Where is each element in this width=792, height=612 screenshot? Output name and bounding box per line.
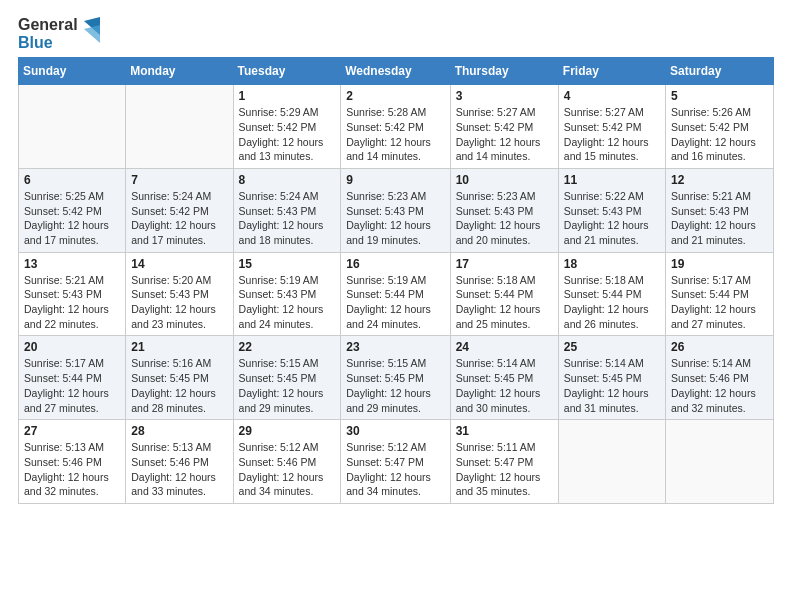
col-header-thursday: Thursday bbox=[450, 58, 558, 85]
header-row: SundayMondayTuesdayWednesdayThursdayFrid… bbox=[19, 58, 774, 85]
day-number: 19 bbox=[671, 257, 768, 271]
header: General Blue bbox=[18, 10, 774, 51]
calendar-cell: 23Sunrise: 5:15 AMSunset: 5:45 PMDayligh… bbox=[341, 336, 450, 420]
day-number: 25 bbox=[564, 340, 660, 354]
logo-triangle-icon bbox=[80, 13, 102, 51]
day-number: 8 bbox=[239, 173, 336, 187]
week-row-1: 1Sunrise: 5:29 AMSunset: 5:42 PMDaylight… bbox=[19, 85, 774, 169]
logo: General Blue bbox=[18, 16, 102, 51]
calendar-cell: 25Sunrise: 5:14 AMSunset: 5:45 PMDayligh… bbox=[558, 336, 665, 420]
calendar-cell: 30Sunrise: 5:12 AMSunset: 5:47 PMDayligh… bbox=[341, 420, 450, 504]
calendar-cell: 26Sunrise: 5:14 AMSunset: 5:46 PMDayligh… bbox=[666, 336, 774, 420]
day-detail: Sunrise: 5:24 AMSunset: 5:43 PMDaylight:… bbox=[239, 189, 336, 248]
day-detail: Sunrise: 5:18 AMSunset: 5:44 PMDaylight:… bbox=[456, 273, 553, 332]
day-number: 28 bbox=[131, 424, 227, 438]
day-number: 21 bbox=[131, 340, 227, 354]
calendar-cell: 9Sunrise: 5:23 AMSunset: 5:43 PMDaylight… bbox=[341, 168, 450, 252]
day-detail: Sunrise: 5:22 AMSunset: 5:43 PMDaylight:… bbox=[564, 189, 660, 248]
day-detail: Sunrise: 5:16 AMSunset: 5:45 PMDaylight:… bbox=[131, 356, 227, 415]
calendar-cell: 3Sunrise: 5:27 AMSunset: 5:42 PMDaylight… bbox=[450, 85, 558, 169]
calendar-cell: 4Sunrise: 5:27 AMSunset: 5:42 PMDaylight… bbox=[558, 85, 665, 169]
day-number: 17 bbox=[456, 257, 553, 271]
calendar-cell: 15Sunrise: 5:19 AMSunset: 5:43 PMDayligh… bbox=[233, 252, 341, 336]
day-detail: Sunrise: 5:29 AMSunset: 5:42 PMDaylight:… bbox=[239, 105, 336, 164]
day-number: 27 bbox=[24, 424, 120, 438]
calendar-cell: 24Sunrise: 5:14 AMSunset: 5:45 PMDayligh… bbox=[450, 336, 558, 420]
day-detail: Sunrise: 5:18 AMSunset: 5:44 PMDaylight:… bbox=[564, 273, 660, 332]
day-detail: Sunrise: 5:20 AMSunset: 5:43 PMDaylight:… bbox=[131, 273, 227, 332]
week-row-4: 20Sunrise: 5:17 AMSunset: 5:44 PMDayligh… bbox=[19, 336, 774, 420]
day-detail: Sunrise: 5:12 AMSunset: 5:47 PMDaylight:… bbox=[346, 440, 444, 499]
calendar-cell: 16Sunrise: 5:19 AMSunset: 5:44 PMDayligh… bbox=[341, 252, 450, 336]
day-detail: Sunrise: 5:17 AMSunset: 5:44 PMDaylight:… bbox=[671, 273, 768, 332]
week-row-3: 13Sunrise: 5:21 AMSunset: 5:43 PMDayligh… bbox=[19, 252, 774, 336]
day-detail: Sunrise: 5:13 AMSunset: 5:46 PMDaylight:… bbox=[131, 440, 227, 499]
day-detail: Sunrise: 5:24 AMSunset: 5:42 PMDaylight:… bbox=[131, 189, 227, 248]
day-detail: Sunrise: 5:14 AMSunset: 5:46 PMDaylight:… bbox=[671, 356, 768, 415]
calendar-table: SundayMondayTuesdayWednesdayThursdayFrid… bbox=[18, 57, 774, 504]
day-number: 18 bbox=[564, 257, 660, 271]
day-detail: Sunrise: 5:13 AMSunset: 5:46 PMDaylight:… bbox=[24, 440, 120, 499]
day-number: 16 bbox=[346, 257, 444, 271]
day-number: 6 bbox=[24, 173, 120, 187]
calendar-cell: 5Sunrise: 5:26 AMSunset: 5:42 PMDaylight… bbox=[666, 85, 774, 169]
day-number: 26 bbox=[671, 340, 768, 354]
day-detail: Sunrise: 5:12 AMSunset: 5:46 PMDaylight:… bbox=[239, 440, 336, 499]
calendar-cell: 19Sunrise: 5:17 AMSunset: 5:44 PMDayligh… bbox=[666, 252, 774, 336]
page: General Blue SundayMondayTuesdayWednesda… bbox=[0, 0, 792, 612]
day-number: 15 bbox=[239, 257, 336, 271]
day-detail: Sunrise: 5:15 AMSunset: 5:45 PMDaylight:… bbox=[239, 356, 336, 415]
calendar-cell: 18Sunrise: 5:18 AMSunset: 5:44 PMDayligh… bbox=[558, 252, 665, 336]
day-number: 22 bbox=[239, 340, 336, 354]
day-detail: Sunrise: 5:21 AMSunset: 5:43 PMDaylight:… bbox=[671, 189, 768, 248]
day-detail: Sunrise: 5:28 AMSunset: 5:42 PMDaylight:… bbox=[346, 105, 444, 164]
week-row-2: 6Sunrise: 5:25 AMSunset: 5:42 PMDaylight… bbox=[19, 168, 774, 252]
calendar-cell: 7Sunrise: 5:24 AMSunset: 5:42 PMDaylight… bbox=[126, 168, 233, 252]
calendar-cell: 22Sunrise: 5:15 AMSunset: 5:45 PMDayligh… bbox=[233, 336, 341, 420]
day-detail: Sunrise: 5:14 AMSunset: 5:45 PMDaylight:… bbox=[564, 356, 660, 415]
day-number: 10 bbox=[456, 173, 553, 187]
logo-general-label: General bbox=[18, 16, 78, 34]
calendar-cell: 10Sunrise: 5:23 AMSunset: 5:43 PMDayligh… bbox=[450, 168, 558, 252]
calendar-cell: 29Sunrise: 5:12 AMSunset: 5:46 PMDayligh… bbox=[233, 420, 341, 504]
calendar-cell bbox=[126, 85, 233, 169]
col-header-tuesday: Tuesday bbox=[233, 58, 341, 85]
day-detail: Sunrise: 5:21 AMSunset: 5:43 PMDaylight:… bbox=[24, 273, 120, 332]
calendar-cell: 2Sunrise: 5:28 AMSunset: 5:42 PMDaylight… bbox=[341, 85, 450, 169]
calendar-cell bbox=[558, 420, 665, 504]
day-number: 29 bbox=[239, 424, 336, 438]
day-detail: Sunrise: 5:27 AMSunset: 5:42 PMDaylight:… bbox=[456, 105, 553, 164]
day-detail: Sunrise: 5:15 AMSunset: 5:45 PMDaylight:… bbox=[346, 356, 444, 415]
day-number: 11 bbox=[564, 173, 660, 187]
day-detail: Sunrise: 5:23 AMSunset: 5:43 PMDaylight:… bbox=[456, 189, 553, 248]
day-number: 13 bbox=[24, 257, 120, 271]
day-detail: Sunrise: 5:25 AMSunset: 5:42 PMDaylight:… bbox=[24, 189, 120, 248]
calendar-cell: 8Sunrise: 5:24 AMSunset: 5:43 PMDaylight… bbox=[233, 168, 341, 252]
day-detail: Sunrise: 5:14 AMSunset: 5:45 PMDaylight:… bbox=[456, 356, 553, 415]
day-number: 4 bbox=[564, 89, 660, 103]
day-number: 3 bbox=[456, 89, 553, 103]
day-number: 14 bbox=[131, 257, 227, 271]
col-header-monday: Monday bbox=[126, 58, 233, 85]
day-number: 5 bbox=[671, 89, 768, 103]
logo-blue-label: Blue bbox=[18, 34, 78, 52]
day-number: 30 bbox=[346, 424, 444, 438]
calendar-cell bbox=[19, 85, 126, 169]
calendar-cell: 14Sunrise: 5:20 AMSunset: 5:43 PMDayligh… bbox=[126, 252, 233, 336]
day-detail: Sunrise: 5:19 AMSunset: 5:43 PMDaylight:… bbox=[239, 273, 336, 332]
day-number: 24 bbox=[456, 340, 553, 354]
calendar-cell: 11Sunrise: 5:22 AMSunset: 5:43 PMDayligh… bbox=[558, 168, 665, 252]
day-detail: Sunrise: 5:23 AMSunset: 5:43 PMDaylight:… bbox=[346, 189, 444, 248]
calendar-cell: 6Sunrise: 5:25 AMSunset: 5:42 PMDaylight… bbox=[19, 168, 126, 252]
day-number: 7 bbox=[131, 173, 227, 187]
col-header-wednesday: Wednesday bbox=[341, 58, 450, 85]
svg-marker-1 bbox=[84, 25, 100, 43]
day-number: 12 bbox=[671, 173, 768, 187]
calendar-cell: 12Sunrise: 5:21 AMSunset: 5:43 PMDayligh… bbox=[666, 168, 774, 252]
day-number: 2 bbox=[346, 89, 444, 103]
calendar-cell: 1Sunrise: 5:29 AMSunset: 5:42 PMDaylight… bbox=[233, 85, 341, 169]
calendar-cell: 28Sunrise: 5:13 AMSunset: 5:46 PMDayligh… bbox=[126, 420, 233, 504]
day-detail: Sunrise: 5:11 AMSunset: 5:47 PMDaylight:… bbox=[456, 440, 553, 499]
logo-wordmark: General Blue bbox=[18, 16, 102, 51]
week-row-5: 27Sunrise: 5:13 AMSunset: 5:46 PMDayligh… bbox=[19, 420, 774, 504]
